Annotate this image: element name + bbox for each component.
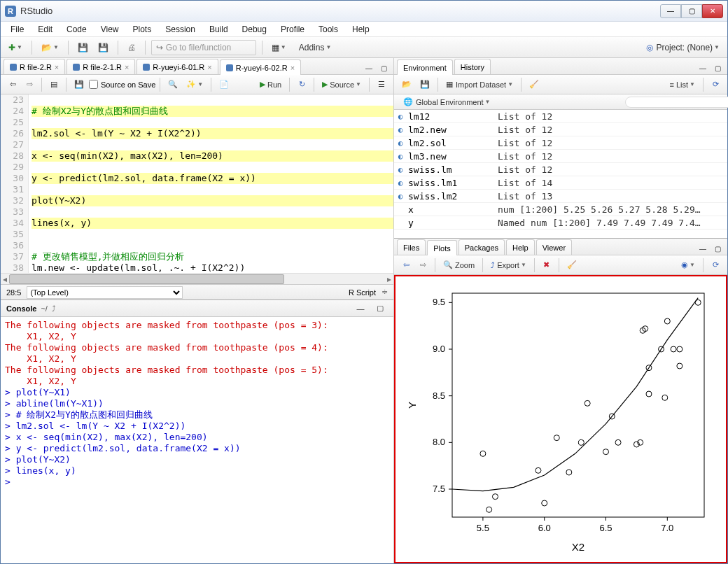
- env-search-input[interactable]: [625, 97, 728, 108]
- menu-debug[interactable]: Debug: [235, 23, 274, 36]
- env-row[interactable]: x num [1:200] 5.25 5.26 5.27 5.28 5.29…: [394, 203, 727, 216]
- load-workspace-button[interactable]: 📂: [398, 77, 415, 92]
- menu-help[interactable]: Help: [345, 23, 377, 36]
- minimize-pane-button[interactable]: —: [362, 62, 376, 74]
- zoom-button[interactable]: 🔍Zoom: [440, 258, 478, 273]
- outline-toggle-button[interactable]: ☰: [374, 77, 389, 92]
- export-button[interactable]: ⤴Export▼: [487, 258, 530, 273]
- env-row[interactable]: ◐ lm2.new List of 12: [394, 123, 727, 136]
- clear-workspace-button[interactable]: 🧹: [526, 77, 542, 92]
- console-output[interactable]: The following objects are masked from to…: [1, 317, 393, 563]
- expand-icon[interactable]: ◐: [394, 112, 407, 121]
- menu-view[interactable]: View: [94, 23, 126, 36]
- maximize-pane-button[interactable]: ▢: [711, 242, 724, 255]
- maximize-pane-button[interactable]: ▢: [372, 301, 388, 316]
- env-scope-button[interactable]: 🌐 Global Environment▼: [398, 94, 496, 110]
- goto-file-button[interactable]: ↪ Go to file/function: [151, 40, 256, 55]
- save-workspace-button[interactable]: 💾: [416, 77, 433, 92]
- close-button[interactable]: ✕: [702, 4, 723, 18]
- tab-help[interactable]: Help: [506, 239, 535, 255]
- find-button[interactable]: 🔍: [164, 77, 181, 92]
- maximize-button[interactable]: ▢: [681, 4, 702, 18]
- language-mode[interactable]: R Script: [349, 288, 376, 297]
- close-icon[interactable]: ×: [207, 63, 211, 71]
- expand-icon[interactable]: ◐: [394, 192, 407, 201]
- tab-files[interactable]: Files: [397, 239, 426, 255]
- remove-plot-button[interactable]: ✖: [539, 258, 554, 273]
- addins-button[interactable]: Addins▼: [293, 40, 338, 55]
- menu-file[interactable]: File: [4, 23, 31, 36]
- tab-viewer[interactable]: Viewer: [536, 239, 572, 255]
- menu-plots[interactable]: Plots: [126, 23, 159, 36]
- scope-selector[interactable]: (Top Level): [27, 286, 183, 299]
- env-row[interactable]: y Named num [1:200] 7.49 7.49 7.49 7.4…: [394, 216, 727, 230]
- forward-button[interactable]: ⇨: [22, 77, 37, 92]
- save-button[interactable]: 💾: [71, 77, 88, 92]
- source-tab-0[interactable]: R file-2.R×: [4, 59, 65, 74]
- project-menu[interactable]: ◎ Project: (None) ▼: [643, 40, 723, 55]
- refresh-button[interactable]: ⟳: [708, 77, 723, 92]
- prev-plot-button[interactable]: ⇦: [398, 258, 414, 273]
- env-row[interactable]: ◐ swiss.lm List of 12: [394, 163, 727, 176]
- tab-packages[interactable]: Packages: [458, 239, 505, 255]
- publish-button[interactable]: ◉▼: [678, 258, 699, 273]
- open-file-button[interactable]: 📂▼: [38, 40, 62, 55]
- close-icon[interactable]: ×: [125, 63, 129, 71]
- source-tab-2[interactable]: R-yueyi-6-01.R×: [136, 59, 218, 74]
- menu-profile[interactable]: Profile: [274, 23, 312, 36]
- tab-environment[interactable]: Environment: [397, 59, 453, 75]
- save-all-button[interactable]: 💾: [94, 40, 112, 55]
- expand-icon[interactable]: ◐: [394, 178, 407, 188]
- menu-session[interactable]: Session: [158, 23, 202, 36]
- import-dataset-button[interactable]: ▦Import Dataset▼: [442, 77, 517, 92]
- menu-tools[interactable]: Tools: [312, 23, 345, 36]
- grid-button[interactable]: ▦▼: [268, 40, 290, 55]
- tab-plots[interactable]: Plots: [427, 240, 456, 255]
- source-on-save-checkbox[interactable]: Source on Save: [89, 80, 155, 89]
- source-tab-3[interactable]: R-yueyi-6-02.R×: [220, 59, 301, 75]
- env-object-list[interactable]: ◐ lm12 List of 12 ◐ lm2.new List of 12 ◐…: [394, 110, 727, 238]
- env-row[interactable]: ◐ lm12 List of 12: [394, 110, 727, 123]
- minimize-pane-button[interactable]: —: [696, 242, 710, 255]
- source-button[interactable]: ▶Source▼: [318, 77, 365, 92]
- env-row[interactable]: ◐ lm3.new List of 12: [394, 150, 727, 163]
- back-button[interactable]: ⇦: [5, 77, 20, 92]
- menu-build[interactable]: Build: [202, 23, 235, 36]
- wand-button[interactable]: ✨▼: [183, 77, 206, 92]
- minimize-pane-button[interactable]: —: [696, 62, 710, 74]
- env-row[interactable]: ◐ swiss.lm1 List of 14: [394, 176, 727, 190]
- code-editor[interactable]: 23242526272829303132333435363738394041 #…: [1, 94, 393, 273]
- rerun-button[interactable]: ↻: [294, 77, 309, 92]
- compile-report-button[interactable]: 📄: [216, 77, 232, 92]
- close-icon[interactable]: ×: [55, 63, 59, 71]
- menu-code[interactable]: Code: [59, 23, 94, 36]
- print-button[interactable]: 🖨: [124, 40, 139, 55]
- env-row[interactable]: ◐ swiss.lm2 List of 13: [394, 190, 727, 203]
- clear-all-button[interactable]: 🧹: [564, 258, 580, 273]
- save-button[interactable]: 💾: [74, 40, 92, 55]
- minimize-button[interactable]: —: [660, 4, 681, 18]
- maximize-pane-button[interactable]: ▢: [711, 62, 724, 74]
- close-icon[interactable]: ×: [290, 64, 295, 72]
- show-in-new-window-button[interactable]: ▤: [46, 77, 62, 92]
- code-lines[interactable]: # 绘制X2与Y的散点图和回归曲线 lm2.sol <- lm(Y ~ X2 +…: [29, 94, 393, 273]
- refresh-plot-button[interactable]: ⟳: [708, 258, 723, 273]
- view-mode-button[interactable]: ≡List▼: [666, 77, 699, 92]
- tab-label: R-yueyi-6-01.R: [153, 63, 204, 71]
- new-file-button[interactable]: ✚▼: [5, 40, 26, 55]
- expand-icon[interactable]: ◐: [394, 139, 407, 148]
- horizontal-scrollbar[interactable]: ◂ ▸: [1, 273, 393, 284]
- tab-history[interactable]: History: [454, 59, 491, 74]
- minimize-pane-button[interactable]: —: [353, 301, 368, 316]
- source-tab-1[interactable]: R file-2-1.R×: [66, 59, 135, 74]
- menu-edit[interactable]: Edit: [31, 23, 59, 36]
- expand-icon[interactable]: ◐: [394, 125, 407, 134]
- svg-point-26: [554, 435, 559, 441]
- maximize-pane-button[interactable]: ▢: [377, 62, 391, 74]
- next-plot-button[interactable]: ⇨: [415, 258, 430, 273]
- run-button[interactable]: ▶Run: [256, 77, 285, 92]
- env-row[interactable]: ◐ lm2.sol List of 12: [394, 136, 727, 150]
- expand-icon[interactable]: ◐: [394, 152, 407, 161]
- wd-popout-icon[interactable]: ⤴: [52, 304, 56, 313]
- expand-icon[interactable]: ◐: [394, 165, 407, 174]
